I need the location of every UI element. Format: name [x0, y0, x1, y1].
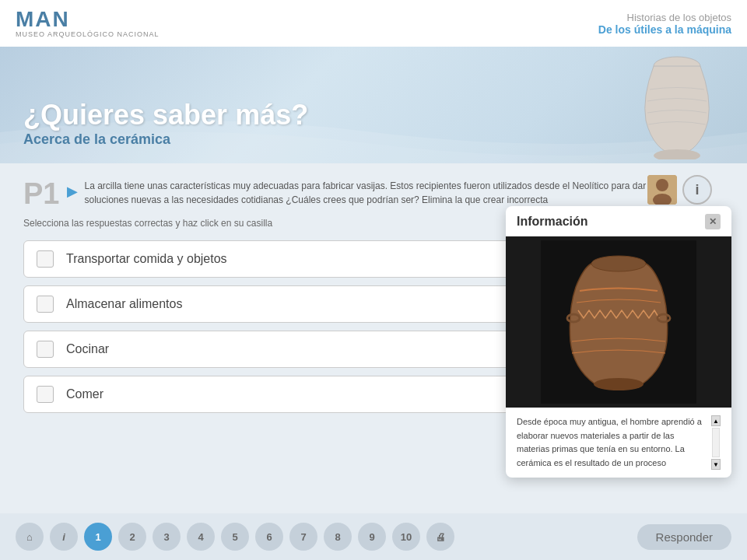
page-7-label: 7 — [300, 531, 306, 543]
question-area: P1 ▶ La arcilla tiene unas característic… — [23, 179, 724, 208]
info-button[interactable]: i — [682, 175, 712, 205]
print-icon: 🖨 — [436, 531, 446, 543]
hero-question: ¿Quieres saber más? — [23, 99, 308, 131]
info-panel-image — [506, 236, 731, 408]
scrollbar[interactable]: ▲ ▼ — [711, 415, 721, 470]
info-panel-body: Desde época muy antigua, el hombre apren… — [506, 408, 731, 478]
checkbox-4[interactable] — [37, 386, 54, 403]
page-4-label: 4 — [198, 531, 203, 543]
svg-point-7 — [594, 378, 644, 390]
logo-subtitle: MUSEO ARQUEOLÓGICO NACIONAL — [16, 30, 160, 38]
scroll-track — [712, 428, 720, 457]
info-panel-text: Desde época muy antigua, el hombre apren… — [517, 415, 707, 470]
info-panel-close-button[interactable]: ✕ — [705, 214, 721, 229]
page-9-label: 9 — [369, 531, 374, 543]
page-8-label: 8 — [335, 531, 340, 543]
hero-vase — [630, 51, 724, 159]
info-nav-button[interactable]: i — [50, 523, 78, 551]
page-6-button[interactable]: 6 — [255, 523, 283, 551]
page-10-label: 10 — [401, 531, 412, 543]
avatar — [647, 175, 677, 205]
responder-label: Responder — [656, 530, 713, 544]
page-7-button[interactable]: 7 — [289, 523, 317, 551]
answer-label-2: Almacenar alimentos — [66, 297, 182, 311]
page-9-button[interactable]: 9 — [358, 523, 386, 551]
checkbox-1[interactable] — [37, 250, 54, 268]
logo-man: MAN — [16, 9, 160, 30]
info-icon: i — [695, 182, 699, 198]
info-panel-title: Información — [517, 215, 588, 229]
question-arrow-icon: ▶ — [67, 183, 78, 200]
checkbox-2[interactable] — [37, 296, 54, 313]
bottom-nav: ⌂ i 1 2 3 4 5 6 7 8 9 10 🖨 Responder — [0, 513, 747, 560]
header-title: Historias de los objetos De los útiles a… — [598, 12, 731, 36]
checkbox-3[interactable] — [37, 341, 54, 358]
home-icon: ⌂ — [26, 531, 33, 543]
page-6-label: 6 — [266, 531, 272, 543]
answer-option-1[interactable]: Transportar comida y objetos — [23, 240, 521, 278]
question-number: P1 — [23, 179, 59, 208]
info-nav-icon: i — [62, 531, 65, 543]
svg-point-6 — [591, 256, 646, 271]
answer-option-4[interactable]: Comer — [23, 376, 521, 413]
answer-label-4: Comer — [66, 387, 103, 401]
print-button[interactable]: 🖨 — [426, 523, 454, 551]
info-panel-header: Información ✕ — [506, 206, 731, 236]
svg-point-3 — [656, 179, 668, 191]
responder-button[interactable]: Responder — [637, 524, 731, 550]
page-3-label: 3 — [163, 531, 169, 543]
scroll-up-button[interactable]: ▲ — [711, 415, 721, 426]
svg-point-1 — [654, 149, 700, 159]
page-1-button[interactable]: 1 — [84, 523, 112, 551]
page-5-button[interactable]: 5 — [221, 523, 249, 551]
page-8-button[interactable]: 8 — [324, 523, 352, 551]
page-3-button[interactable]: 3 — [153, 523, 181, 551]
page-10-button[interactable]: 10 — [392, 523, 420, 551]
question-text: La arcilla tiene unas características mu… — [84, 179, 724, 207]
hero-banner: ¿Quieres saber más? Acerca de la cerámic… — [0, 47, 747, 163]
page-1-label: 1 — [95, 531, 100, 543]
header: MAN MUSEO ARQUEOLÓGICO NACIONAL Historia… — [0, 0, 747, 47]
answer-option-2[interactable]: Almacenar alimentos — [23, 285, 521, 323]
logo: MAN MUSEO ARQUEOLÓGICO NACIONAL — [16, 9, 160, 38]
home-button[interactable]: ⌂ — [16, 523, 44, 551]
answer-label-3: Cocinar — [66, 342, 109, 356]
page-2-button[interactable]: 2 — [118, 523, 146, 551]
header-title-bottom: De los útiles a la máquina — [598, 23, 731, 36]
page-4-button[interactable]: 4 — [187, 523, 215, 551]
page-5-label: 5 — [232, 531, 237, 543]
scroll-down-button[interactable]: ▼ — [711, 459, 721, 470]
info-panel: Información ✕ Desde época muy antigua, — [506, 206, 731, 478]
header-title-top: Historias de los objetos — [598, 12, 731, 23]
page-2-label: 2 — [129, 531, 135, 543]
answer-label-1: Transportar comida y objetos — [66, 252, 227, 266]
hero-text: ¿Quieres saber más? Acerca de la cerámic… — [23, 99, 308, 148]
answer-option-3[interactable]: Cocinar — [23, 331, 521, 368]
hero-subtitle: Acerca de la cerámica — [23, 131, 308, 148]
